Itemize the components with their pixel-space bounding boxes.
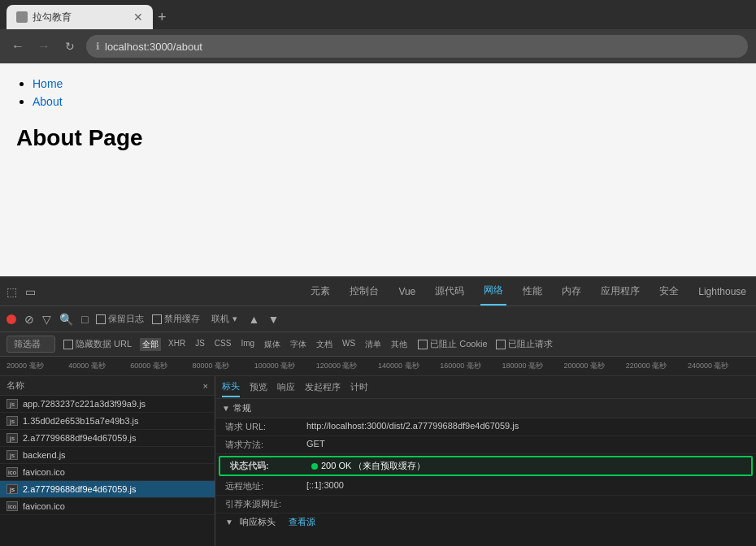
view-source-link[interactable]: 查看源 — [289, 516, 315, 528]
tab-lighthouse[interactable]: Lighthouse — [695, 280, 749, 304]
timeline-mark-7: 160000 毫秒 — [440, 361, 502, 371]
home-link[interactable]: Home — [33, 77, 63, 90]
timeline-row: 20000 毫秒 40000 毫秒 60000 毫秒 80000 毫秒 1000… — [0, 357, 756, 376]
tab-performance[interactable]: 性能 — [519, 278, 545, 305]
timeline-mark-10: 220000 毫秒 — [626, 361, 688, 371]
remote-address-key: 远程地址: — [225, 480, 306, 492]
search-icon[interactable]: 🔍 — [59, 313, 73, 326]
forward-button[interactable]: → — [34, 39, 54, 54]
blocked-cookies-label: 已阻止 Cookie — [430, 338, 487, 350]
address-field[interactable]: ℹ localhost:3000/about — [86, 35, 748, 58]
response-triangle-icon: ▼ — [225, 518, 233, 526]
back-button[interactable]: ← — [8, 39, 28, 54]
blocked-requests-checkbox[interactable] — [496, 340, 506, 349]
details-tab-headers[interactable]: 标头 — [222, 377, 240, 397]
file-icon-2: js — [7, 433, 18, 443]
timeline-mark-3: 80000 毫秒 — [193, 361, 254, 371]
preserve-log-control[interactable]: 保留日志 — [96, 313, 144, 325]
details-tab-timing[interactable]: 计时 — [350, 378, 368, 396]
tab-network[interactable]: 网络 — [480, 277, 506, 306]
general-section-header: ▼ 常规 — [215, 399, 756, 418]
nav-item-home: Home — [33, 76, 740, 91]
cursor-icon[interactable]: ⬚ — [7, 285, 17, 298]
tab-memory[interactable]: 内存 — [558, 278, 584, 305]
file-icon-6: ico — [7, 501, 18, 511]
download-icon[interactable]: ▼ — [267, 313, 279, 326]
type-img[interactable]: Img — [238, 338, 257, 351]
request-method-value: GET — [306, 439, 325, 451]
blocked-requests-label: 已阻止请求 — [508, 338, 553, 350]
type-js[interactable]: JS — [193, 338, 207, 351]
reload-button[interactable]: ↻ — [60, 40, 80, 53]
blocked-cookies-control[interactable]: 已阻止 Cookie — [418, 338, 487, 350]
type-manifest[interactable]: 清单 — [363, 338, 384, 351]
tab-close-button[interactable]: ✕ — [133, 11, 143, 23]
type-doc[interactable]: 文档 — [314, 338, 335, 351]
blocked-cookies-checkbox[interactable] — [418, 340, 428, 349]
tab-security[interactable]: 安全 — [656, 278, 682, 305]
file-name-6: favicon.ico — [23, 501, 208, 511]
file-item-2[interactable]: js 2.a77799688df9e4d67059.js — [0, 430, 215, 447]
file-icon-5: js — [7, 484, 18, 494]
disable-cache-control[interactable]: 禁用缓存 — [152, 313, 200, 325]
upload-icon[interactable]: ▲ — [249, 313, 260, 326]
file-item-5-selected[interactable]: js 2.a77799688df9e4d67059.js — [0, 481, 215, 498]
referrer-key: 引荐来源网址: — [225, 498, 306, 510]
tab-title: 拉勾教育 — [33, 11, 128, 24]
tab-sources[interactable]: 源代码 — [432, 278, 467, 305]
timeline-mark-2: 60000 毫秒 — [130, 361, 192, 371]
type-media[interactable]: 媒体 — [262, 338, 283, 351]
general-section-title: 常规 — [233, 402, 251, 414]
timeline-mark-11: 240000 毫秒 — [688, 361, 749, 371]
file-name-2: 2.a77799688df9e4d67059.js — [23, 433, 208, 443]
status-dot — [311, 463, 318, 470]
type-font[interactable]: 字体 — [288, 338, 309, 351]
browser-tab[interactable]: 拉勾教育 ✕ — [7, 5, 153, 29]
details-tab-initiator[interactable]: 发起程序 — [305, 378, 341, 396]
hide-data-urls-checkbox[interactable] — [63, 340, 73, 349]
devtools-icons: ⬚ ▭ — [7, 285, 36, 298]
timeline-mark-5: 120000 毫秒 — [316, 361, 378, 371]
mobile-icon[interactable]: ▭ — [25, 285, 36, 298]
details-tab-preview[interactable]: 预览 — [250, 378, 267, 396]
blocked-requests-control[interactable]: 已阻止请求 — [496, 338, 553, 350]
type-xhr[interactable]: XHR — [166, 338, 188, 351]
file-name-0: app.7283237c221a3d3f99a9.js — [23, 399, 208, 409]
preserve-log-checkbox[interactable] — [96, 314, 106, 324]
checkbox-square-icon[interactable]: □ — [81, 313, 88, 326]
file-name-1: 1.35d0d2e653b15a7e49b3.js — [23, 416, 208, 426]
stop-recording-icon[interactable]: ⊘ — [24, 313, 34, 326]
tab-vue[interactable]: Vue — [395, 280, 419, 304]
close-file-list-button[interactable]: × — [203, 381, 208, 391]
tab-application[interactable]: 应用程序 — [597, 278, 643, 305]
file-item-4[interactable]: ico favicon.ico — [0, 464, 215, 481]
hide-data-urls-control[interactable]: 隐藏数据 URL — [63, 338, 132, 350]
disable-cache-checkbox[interactable] — [152, 314, 162, 324]
tab-elements[interactable]: 元素 — [307, 278, 333, 305]
about-link[interactable]: About — [33, 95, 63, 108]
file-item-0[interactable]: js app.7283237c221a3d3f99a9.js — [0, 396, 215, 413]
file-item-1[interactable]: js 1.35d0d2e653b15a7e49b3.js — [0, 413, 215, 430]
filter-icon[interactable]: ▽ — [42, 313, 51, 326]
offline-dropdown[interactable]: 联机 ▾ — [208, 306, 240, 332]
file-item-3[interactable]: js backend.js — [0, 447, 215, 464]
details-tab-response[interactable]: 响应 — [277, 378, 295, 396]
status-code-value: 200 OK （来自预取缓存） — [321, 460, 425, 472]
tab-console[interactable]: 控制台 — [346, 278, 382, 305]
new-tab-button[interactable]: + — [158, 9, 167, 26]
file-icon-0: js — [7, 399, 18, 409]
type-ws[interactable]: WS — [340, 338, 358, 351]
nav-item-about: About — [33, 94, 740, 109]
url-text: localhost:3000/about — [105, 41, 202, 53]
status-code-key: 状态代码: — [230, 460, 311, 472]
type-css[interactable]: CSS — [212, 338, 234, 351]
type-other[interactable]: 其他 — [389, 338, 410, 351]
record-button[interactable] — [7, 314, 16, 324]
filter-row: 筛选器 隐藏数据 URL 全部 XHR JS CSS Img 媒体 字体 文档 … — [0, 332, 756, 357]
file-item-6[interactable]: ico favicon.ico — [0, 498, 215, 515]
nav-list: Home About — [16, 76, 740, 109]
type-all[interactable]: 全部 — [140, 338, 161, 351]
page-content: Home About About Page — [0, 63, 756, 276]
filter-input[interactable]: 筛选器 — [7, 336, 55, 353]
response-header-label: 响应标头 — [240, 516, 276, 528]
